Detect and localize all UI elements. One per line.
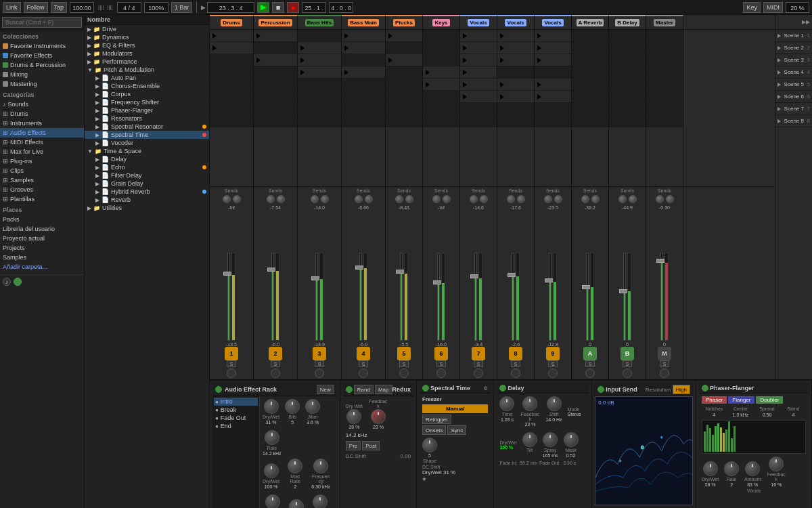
sidebar-item-packs[interactable]: Packs <box>0 215 84 224</box>
clip-slot-10-2[interactable] <box>609 54 646 66</box>
clip-slot-7-5[interactable] <box>497 91 534 103</box>
scene-row-0[interactable]: Scene 11 <box>775 30 812 42</box>
file-item-modulators[interactable]: ▶ 📁 Modulators <box>85 49 209 58</box>
mixer-s-btn-7[interactable]: S <box>511 360 520 367</box>
clip-slot-2-7[interactable] <box>298 115 341 127</box>
fader-track-1[interactable] <box>271 253 274 341</box>
file-item-utilities[interactable]: ▶ 📁 Utilities <box>85 204 209 212</box>
time-sig[interactable]: 4 / 4 <box>117 2 141 13</box>
mixer-s-btn-5[interactable]: S <box>436 360 446 367</box>
file-item-filter-delay[interactable]: ▶ 📄 Filter Delay <box>85 171 209 179</box>
clip-slot-8-4[interactable] <box>535 79 571 91</box>
track-header-1[interactable]: Percussion <box>254 15 298 29</box>
spectral-shape-knob[interactable] <box>422 438 437 452</box>
track-header-2[interactable]: Bass Hits <box>298 15 342 29</box>
clip-slot-7-0[interactable] <box>497 30 534 42</box>
clip-slot-6-7[interactable] <box>460 115 497 127</box>
mixer-track-num-7[interactable]: 8 <box>509 347 522 360</box>
clip-slot-11-4[interactable] <box>646 79 683 91</box>
clip-slot-0-0[interactable] <box>210 30 253 42</box>
mixer-s-btn-0[interactable]: S <box>227 360 236 367</box>
macro-rate-knob[interactable] <box>265 430 279 445</box>
clip-slot-5-4[interactable] <box>423 79 459 91</box>
clip-slot-11-7[interactable] <box>646 115 683 127</box>
mixer-s-btn-1[interactable]: S <box>271 360 280 367</box>
track-header-5[interactable]: Keys <box>423 15 460 29</box>
loop-bars-btn[interactable]: 1 Bar <box>171 2 193 13</box>
delay-power[interactable] <box>499 385 506 391</box>
redux-power[interactable] <box>346 386 353 393</box>
file-item-hybrid-reverb[interactable]: ▶ 📄 Hybrid Reverb <box>85 188 209 196</box>
clip-slot-1-7[interactable] <box>254 115 297 127</box>
clip-slot-3-1[interactable] <box>342 42 385 54</box>
macro-drive-knob[interactable] <box>289 499 304 508</box>
spectral-freeze-icon[interactable]: ✱ <box>422 477 488 482</box>
clip-slot-7-7[interactable] <box>497 115 534 127</box>
phaser-power[interactable] <box>702 385 708 391</box>
spectral-onsets-btn[interactable]: Onsets <box>422 425 446 435</box>
macro-dry-wet2-knob[interactable] <box>264 463 279 478</box>
mixer-track-num-5[interactable]: 6 <box>434 347 448 360</box>
mixer-pan-knob-8[interactable] <box>548 368 558 378</box>
macro-bits-knob[interactable] <box>285 399 300 414</box>
send-knob-b-10[interactable] <box>629 195 637 203</box>
clip-slot-3-3[interactable] <box>342 66 385 79</box>
chain-item-break[interactable]: ● Break <box>214 406 258 414</box>
scene-row-4[interactable]: Scene 55 <box>775 79 812 91</box>
stop-button[interactable]: ■ <box>272 2 284 13</box>
mixer-track-num-4[interactable]: 5 <box>397 347 411 360</box>
send-knob-b-7[interactable] <box>517 195 525 203</box>
clip-slot-2-1[interactable] <box>298 42 341 54</box>
clip-slot-6-6[interactable] <box>460 103 497 115</box>
clip-slot-2-5[interactable] <box>298 91 341 103</box>
track-header-4[interactable]: Plucks <box>386 15 423 29</box>
key-button[interactable]: Key <box>743 2 761 13</box>
macro-jitter-knob[interactable] <box>305 399 320 414</box>
clip-slot-1-0[interactable] <box>254 30 297 42</box>
mixer-pan-knob-4[interactable] <box>399 368 409 378</box>
play-button[interactable]: ▶ <box>257 2 269 13</box>
mixer-track-num-11[interactable]: M <box>658 347 671 360</box>
bpm-display[interactable]: 100.00 <box>70 2 94 13</box>
clip-slot-9-6[interactable] <box>572 103 608 115</box>
scene-row-5[interactable]: Scene 66 <box>775 91 812 103</box>
file-item-chorus[interactable]: ▶ 📄 Chorus-Ensemble <box>85 82 209 90</box>
clip-slot-8-7[interactable] <box>535 115 571 127</box>
mixer-track-num-6[interactable]: 7 <box>472 347 485 360</box>
mixer-track-num-1[interactable]: 2 <box>269 347 282 360</box>
tap-button[interactable]: Tap <box>51 2 68 13</box>
clip-slot-4-4[interactable] <box>386 79 422 91</box>
track-header-0[interactable]: Drums <box>210 15 254 29</box>
track-header-11[interactable]: Master <box>646 15 683 29</box>
fader-track-3[interactable] <box>359 253 362 341</box>
search-input[interactable] <box>2 17 82 28</box>
file-item-performance[interactable]: ▶ 📁 Performance <box>85 58 209 66</box>
scene-row-6[interactable]: Scene 77 <box>775 103 812 115</box>
clip-slot-6-4[interactable] <box>460 79 497 91</box>
redux-feedback-knob[interactable] <box>371 409 386 424</box>
clip-slot-3-6[interactable] <box>342 103 385 115</box>
spectral-sync-btn[interactable]: Sync <box>447 425 466 435</box>
sidebar-item-grooves[interactable]: ⊞ Grooves <box>0 185 84 194</box>
clip-slot-9-7[interactable] <box>572 115 608 127</box>
spectral-retrigger-btn[interactable]: Retrigger <box>422 415 451 424</box>
clip-slot-8-6[interactable] <box>535 103 571 115</box>
position-display[interactable]: 23 . 3 . 4 <box>207 2 254 13</box>
flanger-btn[interactable]: Flanger <box>728 396 754 404</box>
chain-item-fade-out[interactable]: ● Fade Out <box>214 414 258 422</box>
clip-slot-0-3[interactable] <box>210 66 253 79</box>
sidebar-item-samples[interactable]: ⊞ Samples <box>0 175 84 185</box>
clip-slot-11-0[interactable] <box>646 30 683 42</box>
fader-track-2[interactable] <box>315 253 318 341</box>
clip-slot-2-3[interactable] <box>298 66 341 79</box>
mixer-s-btn-8[interactable]: S <box>548 360 558 367</box>
clip-slot-6-3[interactable] <box>460 66 497 79</box>
clip-slot-0-4[interactable] <box>210 79 253 91</box>
redux-dry-wet-knob[interactable] <box>346 409 361 424</box>
scene-row-1[interactable]: Scene 22 <box>775 42 812 54</box>
clip-slot-8-0[interactable] <box>535 30 571 42</box>
clip-slot-3-5[interactable] <box>342 91 385 103</box>
clip-slot-9-3[interactable] <box>572 66 608 79</box>
clip-slot-5-5[interactable] <box>423 91 459 103</box>
mixer-track-num-8[interactable]: 9 <box>546 347 560 360</box>
